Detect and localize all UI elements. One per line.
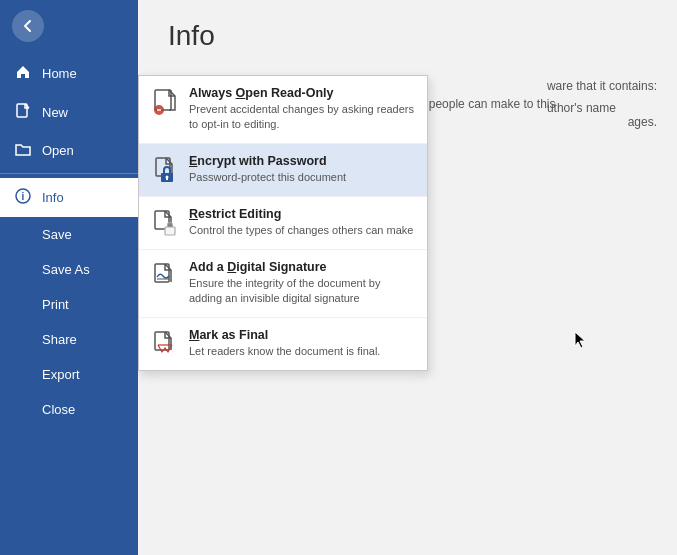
cursor [573,330,587,350]
sidebar-item-open[interactable]: Open [0,132,138,169]
mark-final-text: Mark as Final Let readers know the docum… [189,328,415,359]
always-open-readonly-title: Always Open Read-Only [189,86,415,100]
sidebar-item-info-label: Info [42,190,64,205]
back-button[interactable] [12,10,44,42]
sidebar-item-share[interactable]: Share [0,322,138,357]
svg-rect-15 [166,178,168,180]
sidebar-item-close[interactable]: Close [0,392,138,427]
sidebar-item-export[interactable]: Export [0,357,138,392]
dropdown-item-always-open-readonly[interactable]: Always Open Read-Only Prevent accidental… [139,76,427,144]
sidebar-item-print[interactable]: Print [0,287,138,322]
always-open-readonly-icon [151,86,179,118]
home-icon [14,64,32,83]
svg-text:i: i [22,191,25,202]
always-open-readonly-desc: Prevent accidental changes by asking rea… [189,102,415,133]
dropdown-item-encrypt-password[interactable]: Encrypt with Password Password-protect t… [139,144,427,197]
svg-rect-17 [165,227,175,235]
nav-divider [0,173,138,174]
right-info-line3: ages. [628,110,657,134]
main-content: Info ProtectDocument ▾ Protect Docu [138,0,677,555]
sidebar: Home New Open [0,0,138,555]
right-side-info: ages. [628,110,657,134]
new-icon [14,103,32,122]
sidebar-item-saveas[interactable]: Save As [0,252,138,287]
dropdown-item-restrict-editing[interactable]: Restrict Editing Control the types of ch… [139,197,427,250]
encrypt-password-icon [151,154,179,186]
sidebar-item-export-label: Export [42,367,80,382]
open-icon [14,142,32,159]
encrypt-password-text: Encrypt with Password Password-protect t… [189,154,415,185]
restrict-editing-icon [151,207,179,239]
mark-final-icon [151,328,179,360]
sidebar-item-save[interactable]: Save [0,217,138,252]
sidebar-item-print-label: Print [42,297,69,312]
digital-signature-icon [151,260,179,292]
sidebar-item-home[interactable]: Home [0,54,138,93]
encrypt-password-desc: Password-protect this document [189,170,415,185]
encrypt-password-title: Encrypt with Password [189,154,415,168]
dropdown-item-mark-final[interactable]: Mark as Final Let readers know the docum… [139,318,427,370]
protect-dropdown-menu: Always Open Read-Only Prevent accidental… [138,75,428,371]
sidebar-item-close-label: Close [42,402,75,417]
sidebar-nav: Home New Open [0,54,138,427]
restrict-editing-text: Restrict Editing Control the types of ch… [189,207,415,238]
restrict-editing-title: Restrict Editing [189,207,415,221]
sidebar-item-open-label: Open [42,143,74,158]
sidebar-item-home-label: Home [42,66,77,81]
sidebar-item-saveas-label: Save As [42,262,90,277]
digital-signature-desc: Ensure the integrity of the document by … [189,276,415,307]
dropdown-item-digital-signature[interactable]: Add a Digital Signature Ensure the integ… [139,250,427,318]
always-open-readonly-text: Always Open Read-Only Prevent accidental… [189,86,415,133]
mark-final-title: Mark as Final [189,328,415,342]
sidebar-item-info[interactable]: i Info [0,178,138,217]
restrict-editing-desc: Control the types of changes others can … [189,223,415,238]
digital-signature-text: Add a Digital Signature Ensure the integ… [189,260,415,307]
mark-final-desc: Let readers know the document is final. [189,344,415,359]
sidebar-item-save-label: Save [42,227,72,242]
sidebar-item-new[interactable]: New [0,93,138,132]
info-icon: i [14,188,32,207]
digital-signature-title: Add a Digital Signature [189,260,415,274]
info-line-1: ware that it contains: [547,76,657,98]
sidebar-item-new-label: New [42,105,68,120]
sidebar-item-share-label: Share [42,332,77,347]
sidebar-top [0,0,138,48]
page-title: Info [168,20,647,52]
